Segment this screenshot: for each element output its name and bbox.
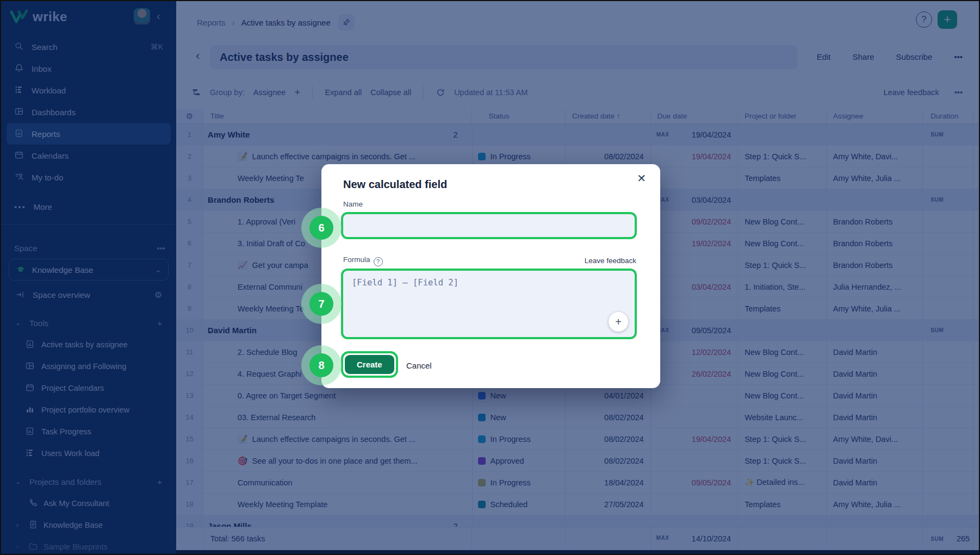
formula-label: Formula? xyxy=(343,255,383,266)
formula-label-text: Formula xyxy=(343,255,370,264)
cancel-button[interactable]: Cancel xyxy=(406,361,432,370)
annotation-step-6: 6 xyxy=(301,208,342,248)
name-input[interactable] xyxy=(341,212,637,239)
create-button-highlight: Create xyxy=(341,351,398,378)
create-button[interactable]: Create xyxy=(345,355,394,374)
dialog-title: New calculated field xyxy=(343,178,447,191)
annotation-step-8: 8 xyxy=(301,345,342,385)
app-window: wrike ‹ Search⌘KInboxWorkloadDashboardsR… xyxy=(0,0,980,555)
close-icon[interactable]: ✕ xyxy=(637,172,646,185)
formula-help-icon[interactable]: ? xyxy=(374,257,383,266)
insert-field-icon[interactable]: + xyxy=(609,312,628,332)
formula-input[interactable]: [Field 1] – [Field 2] + xyxy=(341,269,637,339)
formula-value: [Field 1] – [Field 2] xyxy=(352,278,458,288)
modal-leave-feedback-link[interactable]: Leave feedback xyxy=(585,257,636,265)
annotation-step-7: 7 xyxy=(301,284,342,324)
new-calculated-field-dialog: ✕ New calculated field Name Formula? Lea… xyxy=(321,164,660,388)
name-label: Name xyxy=(343,200,363,208)
